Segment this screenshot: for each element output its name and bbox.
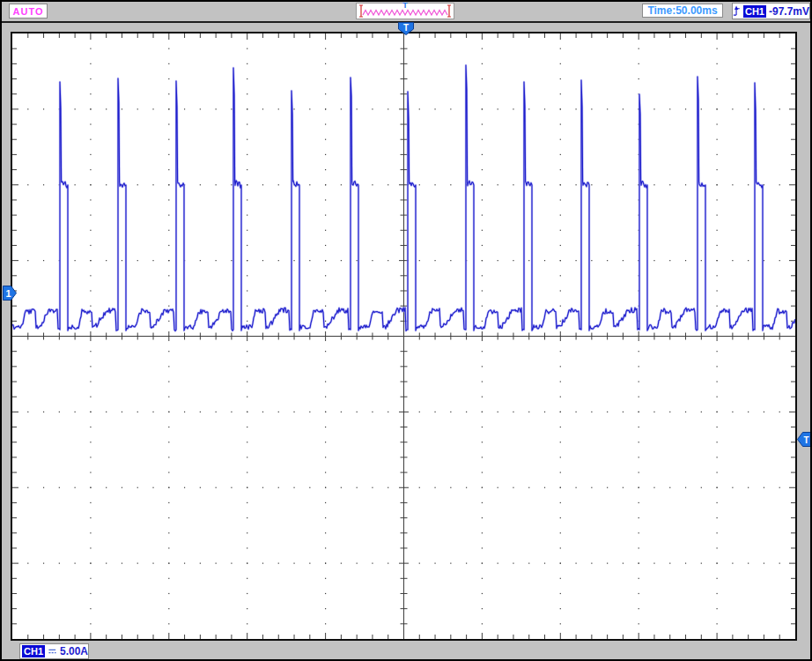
acquisition-mode-badge: AUTO xyxy=(9,4,48,19)
trigger-level-marker[interactable]: T xyxy=(797,432,812,447)
trigger-position-marker[interactable]: T xyxy=(398,22,414,35)
channel1-scale: 5.00A xyxy=(60,645,88,657)
channel1-position-marker[interactable]: 1 xyxy=(3,286,17,301)
status-bar: AUTO T Time:50.00ms CH1 -97.7mV xyxy=(2,2,810,21)
trigger-position-label: T xyxy=(403,23,409,33)
trigger-preview-window: T xyxy=(356,3,454,19)
timebase-value: Time:50.00ms xyxy=(647,4,717,17)
channel-bar: CH1 5.00A xyxy=(2,641,810,659)
waveform-plot xyxy=(12,33,795,639)
scope-display xyxy=(11,32,797,641)
channel1-position-label: 1 xyxy=(5,288,11,299)
channel1-readout[interactable]: CH1 5.00A xyxy=(19,643,89,659)
trigger-level-label: T xyxy=(803,435,808,445)
oscilloscope-screen: AUTO T Time:50.00ms CH1 -97.7mV T 1 xyxy=(0,0,812,661)
trigger-source-badge: CH1 xyxy=(743,5,766,18)
trigger-level-value: -97.7mV xyxy=(769,5,809,18)
channel1-badge: CH1 xyxy=(22,645,45,657)
dc-coupling-icon xyxy=(48,646,56,657)
acquisition-mode-label: AUTO xyxy=(13,6,44,17)
rising-edge-trigger-icon xyxy=(733,4,741,19)
preview-trigger-marker: T xyxy=(402,2,408,10)
timebase-readout: Time:50.00ms xyxy=(642,4,723,18)
trigger-readout: CH1 -97.7mV xyxy=(732,3,810,19)
